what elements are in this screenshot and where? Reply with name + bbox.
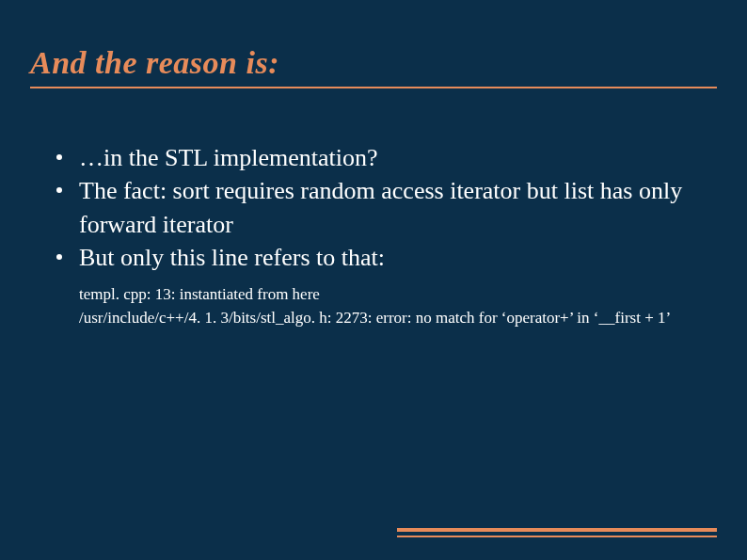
list-item: The fact: sort requires random access it… bbox=[79, 174, 707, 241]
error-line: /usr/include/c++/4. 1. 3/bits/stl_algo. … bbox=[79, 307, 707, 330]
slide-title: And the reason is: bbox=[30, 45, 717, 88]
list-item: …in the STL implementation? bbox=[79, 141, 707, 174]
bullet-list: …in the STL implementation? The fact: so… bbox=[53, 141, 707, 274]
bullet-text: But only this line refers to that: bbox=[79, 244, 385, 271]
footer-line-top bbox=[397, 528, 717, 532]
error-line: templ. cpp: 13: instantiated from here bbox=[79, 283, 707, 307]
bullet-text: …in the STL implementation? bbox=[79, 144, 377, 171]
footer-decoration bbox=[397, 528, 717, 537]
bullet-text: The fact: sort requires random access it… bbox=[79, 177, 682, 237]
slide-content: …in the STL implementation? The fact: so… bbox=[30, 141, 717, 330]
error-output: templ. cpp: 13: instantiated from here /… bbox=[53, 283, 707, 329]
slide: And the reason is: …in the STL implement… bbox=[0, 0, 747, 560]
footer-line-bottom bbox=[397, 536, 717, 537]
list-item: But only this line refers to that: bbox=[79, 241, 707, 274]
